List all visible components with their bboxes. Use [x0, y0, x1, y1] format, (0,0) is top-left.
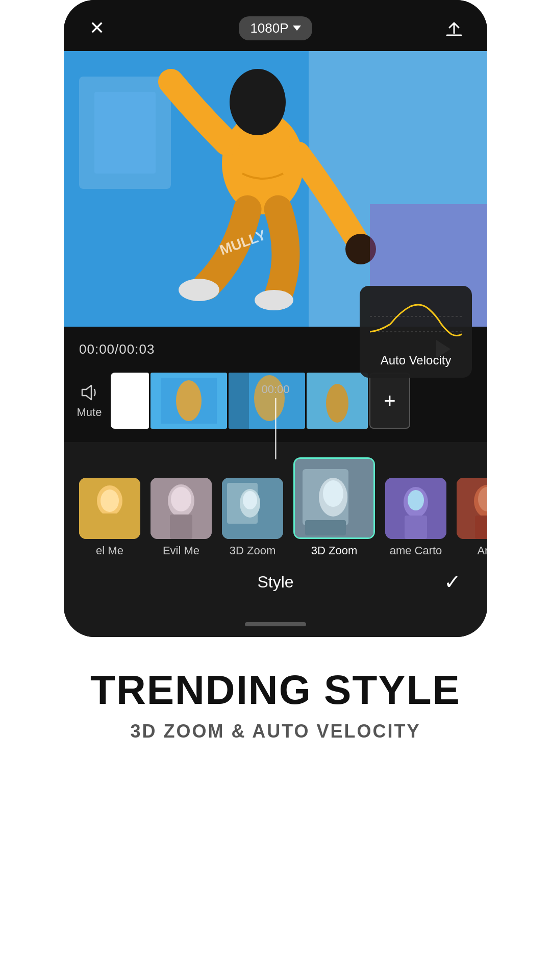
video-preview: MULLY — [64, 51, 487, 327]
svg-rect-20 — [370, 296, 462, 347]
style-item-flame-cartoon[interactable]: ame Carto — [385, 478, 446, 557]
style-panel: el Me Evil Me — [64, 442, 487, 611]
close-icon: ✕ — [89, 17, 105, 39]
style-label-flame-cartoon: ame Carto — [390, 544, 442, 557]
clip-thumb-1[interactable] — [151, 373, 227, 429]
svg-rect-43 — [405, 516, 427, 539]
mute-button[interactable]: Mute — [74, 382, 105, 419]
marketing-subtitle: 3D ZOOM & AUTO VELOCITY — [10, 721, 541, 742]
mute-label: Mute — [77, 406, 102, 419]
style-label-3d-zoom-selected: 3D Zoom — [311, 544, 357, 557]
cursor-line — [275, 398, 276, 459]
style-thumb-evil-me — [151, 478, 212, 539]
top-bar: ✕ 1080P — [64, 0, 487, 51]
svg-point-14 — [176, 380, 202, 421]
style-thumb-arty — [457, 478, 487, 539]
style-label-evil-me: Evil Me — [163, 544, 199, 557]
svg-rect-17 — [229, 373, 249, 429]
style-thumb-eel-me — [79, 478, 140, 539]
svg-rect-4 — [94, 92, 156, 174]
svg-point-38 — [323, 480, 343, 507]
style-item-eel-me[interactable]: el Me — [79, 478, 140, 557]
cursor-time: 00:00 — [261, 383, 289, 396]
style-item-arty[interactable]: Arty — [457, 478, 487, 557]
check-icon: ✓ — [444, 570, 461, 594]
style-item-3d-zoom-1[interactable]: 3D Zoom — [222, 478, 283, 557]
svg-point-9 — [255, 290, 293, 310]
clip-thumb-3[interactable] — [307, 373, 368, 429]
svg-point-34 — [243, 491, 257, 509]
clips-strip[interactable]: 0:1:11 — [111, 373, 477, 429]
close-button[interactable]: ✕ — [84, 15, 110, 41]
svg-point-25 — [101, 489, 119, 512]
style-label-arty: Arty — [477, 544, 487, 557]
add-clip-button[interactable]: + — [369, 373, 410, 429]
style-thumb-flame-cartoon — [385, 478, 446, 539]
style-title: Style — [113, 573, 438, 592]
timeline-cursor: 00:00 — [261, 383, 289, 459]
velocity-graph — [370, 296, 462, 347]
style-items: el Me Evil Me — [64, 457, 487, 557]
dancer-svg: MULLY — [64, 51, 487, 327]
style-item-evil-me[interactable]: Evil Me — [151, 478, 212, 557]
quality-label: 1080P — [250, 20, 288, 36]
style-label-eel-me: el Me — [96, 544, 123, 557]
export-button[interactable] — [441, 15, 467, 41]
quality-selector[interactable]: 1080P — [239, 16, 312, 40]
svg-rect-26 — [97, 513, 122, 539]
style-label-3d-zoom-1: 3D Zoom — [230, 544, 276, 557]
add-icon: + — [384, 389, 395, 412]
auto-velocity-label: Auto Velocity — [381, 353, 452, 368]
style-confirm-button[interactable]: ✓ — [438, 568, 467, 596]
svg-rect-39 — [305, 520, 346, 535]
export-icon — [443, 17, 465, 39]
svg-point-8 — [179, 279, 219, 301]
clip-spacer — [111, 373, 149, 429]
time-display: 00:00/00:03 — [79, 341, 155, 357]
auto-velocity-popup: Auto Velocity — [360, 286, 472, 378]
marketing-section: TRENDING STYLE 3D ZOOM & AUTO VELOCITY — [0, 637, 551, 763]
style-bottom-bar: Style ✓ — [64, 557, 487, 601]
svg-point-29 — [171, 487, 191, 511]
style-item-3d-zoom-selected[interactable]: 3D Zoom — [293, 457, 375, 557]
style-thumb-3d-zoom-selected — [293, 457, 375, 539]
timeline-area: 00:00 Mute 0:1:11 — [64, 368, 487, 442]
svg-point-19 — [326, 384, 348, 423]
handle-bar — [245, 622, 306, 626]
svg-point-42 — [408, 490, 424, 510]
svg-point-6 — [230, 69, 286, 135]
phone-frame: ✕ 1080P — [64, 0, 487, 637]
bottom-handle — [64, 611, 487, 637]
svg-rect-47 — [475, 516, 487, 539]
style-thumb-3d-zoom-1 — [222, 478, 283, 539]
svg-rect-30 — [170, 514, 192, 539]
mute-icon — [78, 382, 101, 403]
chevron-down-icon — [293, 26, 301, 31]
marketing-title: TRENDING STYLE — [10, 668, 541, 713]
